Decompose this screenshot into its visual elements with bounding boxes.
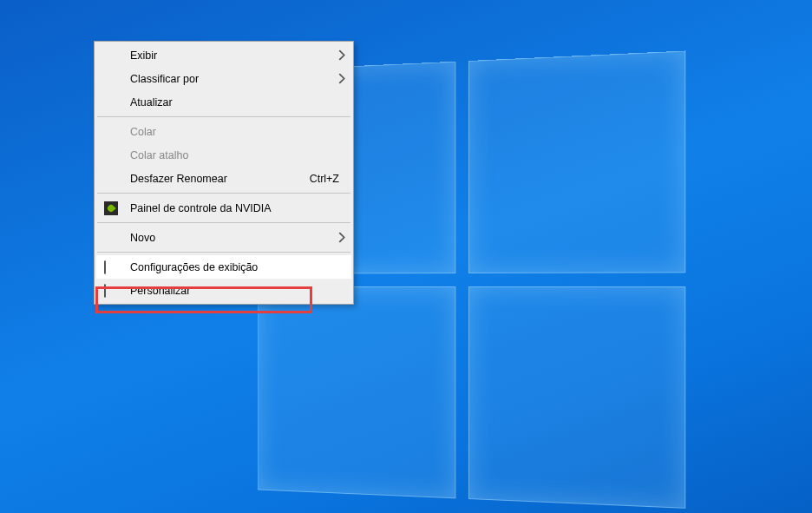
menu-label: Classificar por	[130, 73, 336, 85]
menu-label: Configurações de exibição	[130, 261, 348, 273]
menu-label: Exibir	[130, 49, 336, 62]
menu-label: Atualizar	[130, 96, 348, 109]
menu-label: Desfazer Renomear	[130, 173, 310, 185]
nvidia-icon	[103, 201, 119, 216]
menu-separator	[97, 222, 350, 223]
menu-item-view[interactable]: Exibir	[96, 43, 351, 67]
menu-label: Colar atalho	[130, 149, 348, 161]
desktop-context-menu: Exibir Classificar por Atualizar Colar	[94, 41, 354, 305]
menu-label: Novo	[130, 232, 336, 244]
menu-label: Painel de controle da NVIDIA	[130, 202, 348, 214]
chevron-right-icon	[336, 49, 348, 61]
menu-separator	[97, 116, 350, 117]
menu-shortcut: Ctrl+Z	[310, 173, 339, 185]
menu-item-nvidia-control-panel[interactable]: Painel de controle da NVIDIA	[96, 196, 351, 220]
chevron-right-icon	[336, 73, 348, 84]
menu-item-personalize[interactable]: Personalizar	[96, 279, 351, 302]
menu-item-sort-by[interactable]: Classificar por	[96, 67, 351, 90]
display-settings-icon	[103, 260, 119, 275]
menu-item-paste: Colar	[96, 120, 351, 143]
personalize-icon	[103, 283, 119, 299]
menu-item-refresh[interactable]: Atualizar	[96, 90, 351, 114]
menu-label: Colar	[130, 126, 348, 138]
menu-item-undo-rename[interactable]: Desfazer Renomear Ctrl+Z	[96, 167, 351, 190]
menu-separator	[97, 252, 350, 253]
chevron-right-icon	[336, 232, 348, 243]
menu-separator	[97, 193, 350, 194]
menu-item-new[interactable]: Novo	[96, 226, 351, 249]
desktop-background[interactable]: Exibir Classificar por Atualizar Colar	[0, 0, 812, 513]
menu-item-paste-shortcut: Colar atalho	[96, 143, 351, 167]
menu-label: Personalizar	[130, 285, 348, 297]
menu-item-display-settings[interactable]: Configurações de exibição	[96, 255, 351, 279]
